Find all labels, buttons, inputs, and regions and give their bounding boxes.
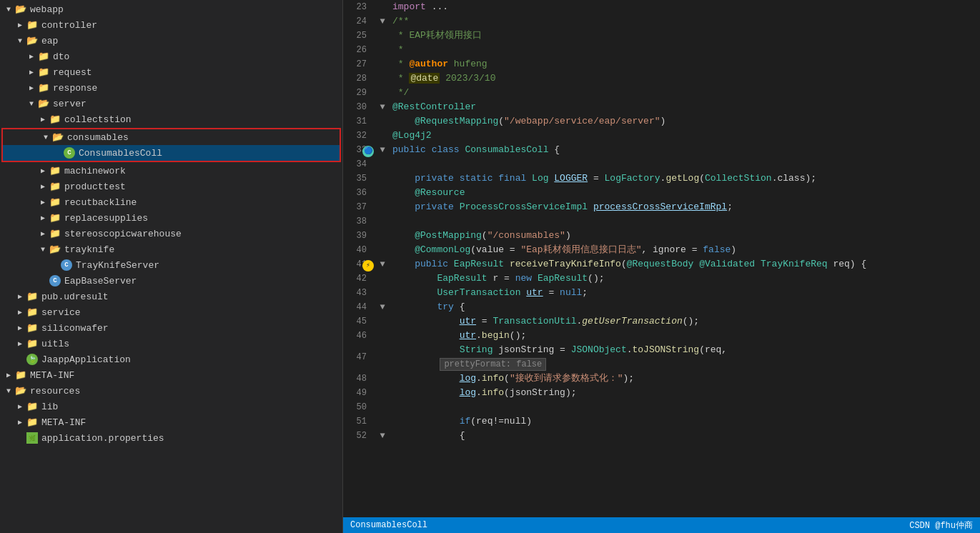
folder-icon-stereoscopicwarehouse: 📁	[49, 229, 61, 239]
tree-item-trayknife[interactable]: ▼ 📂 trayknife	[0, 241, 342, 257]
tree-item-webapp[interactable]: ▼ 📂 webapp	[0, 1, 342, 17]
code-line-49: 49 log.info(jsonString);	[343, 386, 980, 400]
label-stereoscopicwarehouse: stereoscopicwarehouse	[64, 229, 182, 239]
code-line-47: 47 String jsonString = JSONObject.toJSON…	[343, 343, 980, 372]
folder-icon-collectstion: 📁	[49, 114, 61, 124]
fold-44[interactable]: ▼	[380, 300, 385, 314]
gutter-33: ▼ 🔵	[375, 143, 390, 157]
tree-item-recutbackline[interactable]: ▶ 📁 recutbackline	[0, 194, 342, 210]
fold-30[interactable]: ▼	[380, 100, 385, 114]
code-46: utr.begin();	[390, 329, 966, 343]
code-29: */	[390, 86, 966, 100]
tree-item-controller[interactable]: ▶ 📁 controller	[0, 17, 342, 33]
code-line-33: 33 ▼ 🔵 public class ConsumablesColl {	[343, 143, 980, 157]
tree-item-collectstion[interactable]: ▶ 📁 collectstion	[0, 111, 342, 127]
inline-hint-47: prettyFormat: false	[440, 358, 546, 371]
tree-item-JaappApplication[interactable]: ▶ 🍃 JaappApplication	[0, 352, 342, 367]
label-ConsumablesColl: ConsumablesColl	[79, 148, 162, 159]
line-num-24: 24	[343, 14, 375, 29]
arrow-producttest: ▶	[37, 182, 49, 191]
tree-item-machinework[interactable]: ▶ 📁 machinework	[0, 163, 342, 179]
code-35: private static final Log LOGGER = LogFac…	[390, 171, 966, 186]
tree-item-consumables[interactable]: ▼ 📂 consumables	[3, 129, 340, 145]
code-line-36: 36 @Resource	[343, 186, 980, 200]
gutter-41: ▼ ⚡	[375, 257, 390, 272]
arrow-recutbackline: ▶	[37, 198, 49, 206]
label-machinework: machinework	[64, 166, 126, 176]
folder-icon-machinework: 📁	[49, 166, 61, 176]
tree-item-EapBaseServer[interactable]: ▶ C EapBaseServer	[0, 273, 342, 289]
code-content[interactable]: 23 import ... 24 ▼ /** 25 * EAP耗材领用接口 26…	[343, 0, 980, 517]
tree-item-server[interactable]: ▼ 📂 server	[0, 96, 342, 111]
code-line-34: 34	[343, 157, 980, 171]
arrow-service: ▶	[14, 308, 26, 317]
tree-item-eap[interactable]: ▼ 📂 eap	[0, 33, 342, 49]
tree-item-response[interactable]: ▶ 📁 response	[0, 80, 342, 96]
tree-item-lib[interactable]: ▶ 📁 lib	[0, 399, 342, 414]
folder-icon-consumables: 📂	[51, 132, 64, 142]
line-num-35: 35	[343, 171, 375, 186]
code-42: EapResult r = new EapResult();	[390, 272, 966, 286]
tree-item-TrayKnifeServer[interactable]: ▶ C TrayKnifeServer	[0, 257, 342, 273]
fold-24[interactable]: ▼	[380, 14, 385, 29]
code-line-26: 26 *	[343, 43, 980, 57]
line-num-46: 46	[343, 329, 375, 343]
code-editor: 23 import ... 24 ▼ /** 25 * EAP耗材领用接口 26…	[343, 0, 980, 533]
tree-item-ConsumablesColl[interactable]: ▶ C ConsumablesColl	[3, 145, 340, 161]
fold-41[interactable]: ▼	[380, 257, 385, 272]
code-line-32: 32 @Log4j2	[343, 129, 980, 143]
tree-item-META-INF-main[interactable]: ▶ 📁 META-INF	[0, 367, 342, 383]
tree-item-dto[interactable]: ▶ 📁 dto	[0, 49, 342, 64]
line-num-32: 32	[343, 129, 375, 143]
line-num-50: 50	[343, 400, 375, 414]
arrow-controller: ▶	[14, 21, 26, 29]
tree-item-resources[interactable]: ▼ 📂 resources	[0, 383, 342, 399]
code-line-35: 35 private static final Log LOGGER = Log…	[343, 171, 980, 186]
tree-item-request[interactable]: ▶ 📁 request	[0, 64, 342, 80]
label-application-properties: application.properties	[41, 433, 164, 444]
folder-icon-service: 📁	[26, 307, 39, 317]
fold-33[interactable]: ▼	[380, 143, 385, 157]
folder-icon-request: 📁	[37, 67, 50, 77]
tree-item-producttest[interactable]: ▶ 📁 producttest	[0, 179, 342, 194]
tree-item-replacesupplies[interactable]: ▶ 📁 replacesupplies	[0, 210, 342, 226]
tree-item-META-INF-res[interactable]: ▶ 📁 META-INF	[0, 414, 342, 430]
arrow-dto: ▶	[26, 52, 37, 61]
code-line-48: 48 log.info("接收到请求参数格式化：");	[343, 372, 980, 386]
label-replacesupplies: replacesupplies	[64, 213, 148, 224]
label-server: server	[53, 99, 86, 109]
tree-item-siliconwafer[interactable]: ▶ 📁 siliconwafer	[0, 320, 342, 336]
code-27: * @author hufeng	[390, 57, 966, 71]
label-request: request	[53, 67, 92, 78]
line-num-45: 45	[343, 314, 375, 329]
code-48: log.info("接收到请求参数格式化：");	[390, 372, 966, 386]
line-num-47: 47	[343, 350, 375, 364]
fold-52[interactable]: ▼	[380, 429, 385, 443]
folder-icon-siliconwafer: 📁	[26, 323, 39, 333]
code-line-27: 27 * @author hufeng	[343, 57, 980, 71]
line-num-48: 48	[343, 372, 375, 386]
code-line-42: 42 EapResult r = new EapResult();	[343, 272, 980, 286]
tree-item-pub-udresult[interactable]: ▶ 📁 pub.udresult	[0, 289, 342, 304]
tree-item-service[interactable]: ▶ 📁 service	[0, 304, 342, 320]
tree-item-stereoscopicwarehouse[interactable]: ▶ 📁 stereoscopicwarehouse	[0, 226, 342, 241]
line-num-42: 42	[343, 272, 375, 286]
tree-item-application-properties[interactable]: ▶ 🌿 application.properties	[0, 430, 342, 446]
code-37: private ProcessCrossServiceImpl processC…	[390, 200, 966, 214]
gutter-52: ▼	[375, 429, 390, 443]
label-collectstion: collectstion	[64, 114, 132, 125]
red-border-consumables: ▼ 📂 consumables ▶ C ConsumablesColl	[1, 128, 341, 162]
line-num-29: 29	[343, 86, 375, 100]
code-30: @RestController	[390, 100, 966, 114]
arrow-trayknife: ▼	[37, 246, 49, 254]
label-service: service	[41, 307, 81, 318]
folder-icon-trayknife: 📂	[49, 244, 61, 254]
code-line-25: 25 * EAP耗材领用接口	[343, 29, 980, 43]
label-pub-udresult: pub.udresult	[41, 292, 109, 302]
folder-icon-controller: 📁	[26, 20, 39, 30]
folder-icon-recutbackline: 📁	[49, 197, 61, 207]
code-line-41: 41 ▼ ⚡ public EapResult receiveTrayKnife…	[343, 257, 980, 272]
tree-item-uitls[interactable]: ▶ 📁 uitls	[0, 336, 342, 352]
code-line-50: 50	[343, 400, 980, 414]
status-right: CSDN @fhu仲商	[909, 519, 973, 532]
